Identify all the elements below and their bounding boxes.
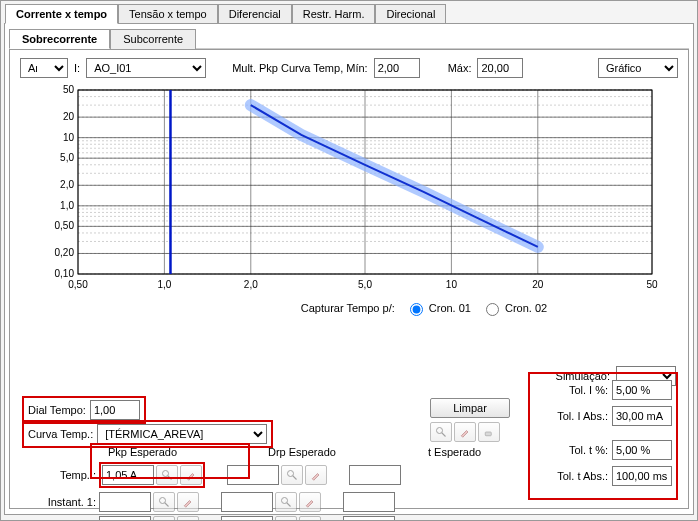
tol-i-pct-label: Tol. I %: <box>569 384 608 396</box>
svg-rect-60 <box>485 432 491 436</box>
inst2-drp-input[interactable] <box>221 516 273 521</box>
tol-i-pct-input[interactable] <box>612 380 672 400</box>
mult-max-label: Máx: <box>448 62 472 74</box>
svg-line-59 <box>442 433 446 437</box>
zoom-icon <box>153 516 175 521</box>
temp-drp-input[interactable] <box>227 465 279 485</box>
svg-point-61 <box>163 471 169 477</box>
svg-point-65 <box>160 498 166 504</box>
svg-text:0,10: 0,10 <box>55 268 75 279</box>
svg-line-68 <box>287 503 291 507</box>
svg-point-63 <box>288 471 294 477</box>
svg-point-58 <box>437 428 443 434</box>
svg-text:5,0: 5,0 <box>60 152 74 163</box>
grafico-select[interactable]: Gráfico <box>598 58 678 78</box>
svg-text:0,20: 0,20 <box>55 247 75 258</box>
i-label: I: <box>74 62 80 74</box>
current-select[interactable]: AO_I01 <box>86 58 206 78</box>
radio-cron01[interactable]: Cron. 01 <box>405 300 471 316</box>
zoom-icon <box>275 492 297 512</box>
brush-icon <box>177 492 199 512</box>
svg-text:5,0: 5,0 <box>358 279 372 290</box>
svg-text:2,0: 2,0 <box>244 279 258 290</box>
radio-cron02[interactable]: Cron. 02 <box>481 300 547 316</box>
inst1-label: Instant. 1: <box>44 496 96 508</box>
svg-text:0,50: 0,50 <box>55 220 75 231</box>
tol-t-pct-label: Tol. t %: <box>569 444 608 456</box>
mode-select[interactable]: An <box>20 58 68 78</box>
tol-i-abs-label: Tol. I Abs.: <box>557 410 608 422</box>
svg-text:2,0: 2,0 <box>60 179 74 190</box>
tab-diferencial[interactable]: Diferencial <box>218 4 292 24</box>
inst2-t-input[interactable] <box>343 516 395 521</box>
limpar-button[interactable]: Limpar <box>430 398 510 418</box>
brush-icon <box>177 516 199 521</box>
tol-i-abs-input[interactable] <box>612 406 672 426</box>
tab-tensao-tempo[interactable]: Tensão x tempo <box>118 4 218 24</box>
inst2-pkp-input[interactable] <box>99 516 151 521</box>
svg-line-66 <box>165 503 169 507</box>
mult-max-input[interactable] <box>477 58 523 78</box>
svg-text:20: 20 <box>532 279 544 290</box>
tol-t-abs-input[interactable] <box>612 466 672 486</box>
tol-t-pct-input[interactable] <box>612 440 672 460</box>
svg-text:50: 50 <box>63 84 75 95</box>
zoom-icon <box>275 516 297 521</box>
temp-pkp-input[interactable] <box>102 465 154 485</box>
tab-direcional[interactable]: Direcional <box>375 4 446 24</box>
zoom-icon <box>281 465 303 485</box>
eraser-icon <box>478 422 500 442</box>
brush-icon <box>299 516 321 521</box>
tab-sobrecorrente[interactable]: Sobrecorrente <box>9 29 110 49</box>
inst1-pkp-input[interactable] <box>99 492 151 512</box>
tab-corrente-tempo[interactable]: Corrente x tempo <box>5 4 118 24</box>
chart: 0,100,200,501,02,05,01020500,501,02,05,0… <box>48 84 658 294</box>
temp-label: Temp. : <box>44 469 96 481</box>
mult-min-input[interactable] <box>374 58 420 78</box>
zoom-icon <box>153 492 175 512</box>
dial-label: Dial Tempo: <box>28 404 86 416</box>
brush-icon <box>299 492 321 512</box>
tab-subcorrente[interactable]: Subcorrente <box>110 29 196 49</box>
inst1-t-input[interactable] <box>343 492 395 512</box>
dial-input[interactable] <box>90 400 140 420</box>
svg-text:1,0: 1,0 <box>157 279 171 290</box>
inst1-drp-input[interactable] <box>221 492 273 512</box>
curve-select[interactable]: [TÉRMICA_AREVA] <box>97 424 267 444</box>
brush-icon <box>180 465 202 485</box>
svg-text:1,0: 1,0 <box>60 200 74 211</box>
brush-icon <box>305 465 327 485</box>
svg-line-64 <box>293 476 297 480</box>
zoom-icon <box>430 422 452 442</box>
t-header: t Esperado <box>428 446 528 458</box>
tolerance-panel: Tol. I %: Tol. I Abs.: Tol. t %: Tol. t … <box>528 372 678 500</box>
tol-t-abs-label: Tol. t Abs.: <box>557 470 608 482</box>
svg-text:10: 10 <box>446 279 458 290</box>
svg-text:50: 50 <box>646 279 658 290</box>
svg-text:20: 20 <box>63 111 75 122</box>
brush-icon <box>454 422 476 442</box>
svg-line-62 <box>168 476 172 480</box>
curve-label: Curva Temp.: <box>28 428 93 440</box>
temp-t-input[interactable] <box>349 465 401 485</box>
drp-header: Drp Esperado <box>268 446 368 458</box>
zoom-icon <box>156 465 178 485</box>
mult-min-label: Mult. Pkp Curva Temp, Mín: <box>232 62 368 74</box>
svg-text:10: 10 <box>63 132 75 143</box>
pkp-header: Pkp Esperado <box>108 446 208 458</box>
svg-text:0,50: 0,50 <box>68 279 88 290</box>
svg-point-67 <box>282 498 288 504</box>
tab-restr-harm[interactable]: Restr. Harm. <box>292 4 376 24</box>
capture-label: Capturar Tempo p/: <box>301 302 395 314</box>
